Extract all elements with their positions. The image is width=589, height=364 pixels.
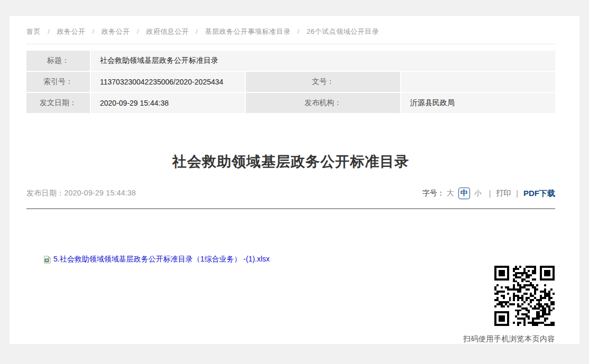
index-number-value: 113703230042235006/2020-2025434 — [91, 72, 245, 92]
breadcrumb-pilot-catalog[interactable]: 26个试点领域公开目录 — [307, 27, 379, 35]
publish-date-value: 2020-09-29 15:44:38 — [65, 189, 136, 197]
breadcrumb-zhengwu-2[interactable]: 政务公开 — [102, 27, 130, 35]
font-size-large-button[interactable]: 大 — [447, 189, 454, 198]
qr-code — [494, 266, 555, 326]
qr-block: 扫码使用手机浏览本页内容 — [26, 266, 555, 344]
breadcrumb: 首页 / 政务公开 / 政务公开 / 政府信息公开 / 基层政务公开事项标准目录… — [26, 16, 555, 36]
page-title: 社会救助领域基层政务公开标准目录 — [26, 152, 555, 171]
article-divider — [26, 208, 555, 209]
font-size-medium-button[interactable]: 中 — [458, 188, 470, 199]
document-meta-table: 标题： 社会救助领域基层政务公开标准目录 索引号： 11370323004223… — [25, 50, 556, 114]
issue-date-value: 2020-09-29 15:44:38 — [91, 93, 245, 113]
publish-date-label: 发布日期： — [26, 189, 65, 197]
agency-label: 发布机构： — [246, 93, 400, 113]
breadcrumb-divider — [26, 44, 555, 44]
breadcrumb-separator: / — [93, 27, 95, 35]
index-number-label: 索引号： — [26, 72, 90, 92]
breadcrumb-standard-catalog[interactable]: 基层政务公开事项标准目录 — [205, 27, 291, 35]
font-size-small-button[interactable]: 小 — [474, 189, 482, 198]
pdf-download-button[interactable]: PDF下载 — [523, 189, 555, 199]
doc-number-value — [401, 72, 555, 92]
agency-value: 沂源县民政局 — [401, 93, 555, 113]
toolbar-separator: | — [489, 189, 491, 198]
breadcrumb-separator: / — [298, 27, 300, 35]
breadcrumb-zhengwu-1[interactable]: 政务公开 — [57, 27, 85, 35]
table-row: 标题： 社会救助领域基层政务公开标准目录 — [26, 51, 555, 71]
excel-file-icon — [43, 256, 51, 264]
content-page: 首页 / 政务公开 / 政务公开 / 政府信息公开 / 基层政务公开事项标准目录… — [10, 16, 579, 344]
breadcrumb-separator: / — [48, 27, 50, 35]
breadcrumb-gov-info[interactable]: 政府信息公开 — [146, 27, 189, 35]
font-size-label: 字号： — [422, 189, 445, 198]
breadcrumb-separator: / — [196, 27, 198, 35]
doc-number-label: 文号： — [246, 72, 400, 92]
article-meta-row: 发布日期：2020-09-29 15:44:38 字号： 大 中 小 | 打印 … — [26, 188, 555, 199]
title-label: 标题： — [26, 51, 90, 71]
breadcrumb-home[interactable]: 首页 — [26, 27, 41, 35]
issue-date-label: 发文日期： — [26, 93, 90, 113]
title-value: 社会救助领域基层政务公开标准目录 — [91, 51, 555, 71]
qr-caption: 扫码使用手机浏览本页内容 — [463, 334, 555, 344]
publish-date: 发布日期：2020-09-29 15:44:38 — [26, 189, 136, 198]
table-row: 发文日期： 2020-09-29 15:44:38 发布机构： 沂源县民政局 — [26, 93, 555, 113]
toolbar-separator: | — [516, 189, 518, 198]
table-row: 索引号： 113703230042235006/2020-2025434 文号： — [26, 72, 555, 92]
article-toolbar: 字号： 大 中 小 | 打印 | PDF下载 — [422, 188, 555, 199]
attachment-row: 5.社会救助领域领域基层政务公开标准目录（1综合业务） -(1).xlsx — [26, 255, 555, 264]
print-button[interactable]: 打印 — [496, 189, 511, 198]
attachment-link[interactable]: 5.社会救助领域领域基层政务公开标准目录（1综合业务） -(1).xlsx — [53, 255, 270, 264]
breadcrumb-separator: / — [137, 27, 139, 35]
